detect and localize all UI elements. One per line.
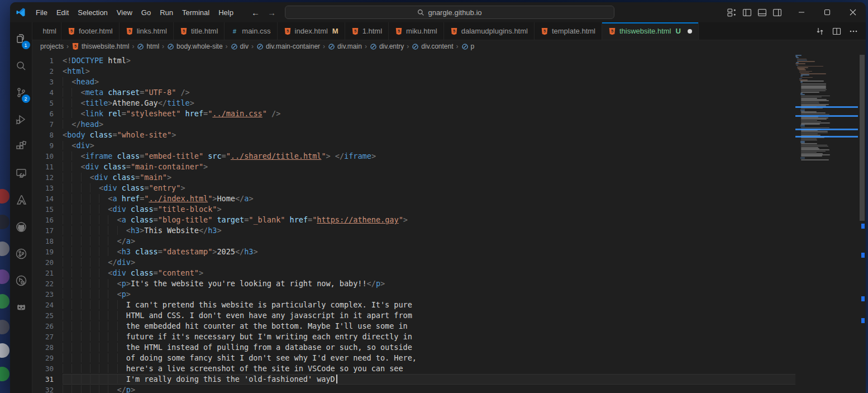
line-number[interactable]: 31 — [32, 374, 63, 385]
code-line-content[interactable]: <div class="entry"> — [63, 183, 795, 193]
menu-terminal[interactable]: Terminal — [178, 6, 214, 19]
line-number[interactable]: 5 — [32, 98, 63, 108]
scrollbar-thumb[interactable] — [860, 55, 865, 221]
line-number[interactable]: 3 — [32, 77, 63, 87]
tab-template.html[interactable]: 5template.html — [535, 22, 602, 40]
line-number[interactable]: 10 — [32, 151, 63, 162]
code-area[interactable]: 1<!DOCTYPE html>2<html>3 <head>4 <meta c… — [32, 55, 795, 393]
line-number[interactable]: 12 — [32, 172, 63, 183]
line-number[interactable]: 30 — [32, 363, 63, 374]
open-changes-icon[interactable] — [815, 27, 824, 36]
code-line-17[interactable]: 17 <h3>This Website</h3> — [32, 225, 795, 236]
activity-git-history[interactable] — [10, 267, 32, 294]
line-number[interactable]: 2 — [32, 66, 63, 77]
code-line-content[interactable]: </head> — [63, 119, 795, 130]
menu-edit[interactable]: Edit — [52, 6, 73, 19]
code-line-content[interactable]: <div> — [63, 140, 795, 151]
code-line-content[interactable]: </div> — [63, 257, 795, 268]
code-line-content[interactable]: <a href="../index.html">Home</a> — [63, 193, 795, 204]
code-line-content[interactable]: </a> — [63, 236, 795, 247]
line-number[interactable]: 21 — [32, 268, 63, 278]
activity-remote-explorer[interactable] — [10, 160, 32, 187]
minimize-button[interactable] — [789, 2, 814, 22]
menu-selection[interactable]: Selection — [73, 6, 112, 19]
line-number[interactable]: 27 — [32, 332, 63, 342]
line-number[interactable]: 32 — [32, 385, 63, 393]
line-number[interactable]: 17 — [32, 225, 63, 236]
tab-thiswebsite.html[interactable]: 5thiswebsite.htmlU — [602, 22, 699, 40]
code-line-3[interactable]: 3 <head> — [32, 77, 795, 87]
line-number[interactable]: 20 — [32, 257, 63, 268]
menu-run[interactable]: Run — [155, 6, 178, 19]
line-number[interactable]: 13 — [32, 183, 63, 193]
menu-go[interactable]: Go — [137, 6, 155, 19]
tab-html[interactable]: html — [32, 22, 61, 40]
code-line-content[interactable]: of doing some fancy shit I don't see why… — [63, 353, 795, 363]
code-line-8[interactable]: 8<body class="whole-site"> — [32, 130, 795, 140]
breadcrumb-item-div.main-container[interactable]: div.main-container — [256, 42, 320, 50]
code-line-content[interactable]: I'm really doing this the 'old-fashioned… — [63, 374, 795, 385]
split-editor-icon[interactable] — [832, 27, 841, 36]
code-line-6[interactable]: 6 <link rel="stylesheet" href="../main.c… — [32, 108, 795, 119]
code-line-21[interactable]: 21 <div class="content"> — [32, 268, 795, 278]
line-number[interactable]: 9 — [32, 140, 63, 151]
breadcrumb-item-div.main[interactable]: div.main — [328, 42, 362, 50]
code-line-content[interactable]: <!DOCTYPE html> — [63, 55, 795, 66]
code-line-28[interactable]: 28 the HTML instead of pulling from a da… — [32, 342, 795, 353]
code-line-14[interactable]: 14 <a href="../index.html">Home</a> — [32, 193, 795, 204]
code-line-content[interactable]: <div class="main-container"> — [63, 162, 795, 172]
code-line-content[interactable]: here's a live screenshot of the site in … — [63, 363, 795, 374]
code-line-content[interactable]: <div class="content"> — [63, 268, 795, 278]
code-line-1[interactable]: 1<!DOCTYPE html> — [32, 55, 795, 66]
command-center-search[interactable]: gnargle.github.io — [285, 6, 614, 19]
line-number[interactable]: 11 — [32, 162, 63, 172]
breadcrumb-item-thiswebsite.html[interactable]: 5thiswebsite.html — [71, 42, 129, 50]
breadcrumb-item-div.content[interactable]: div.content — [412, 42, 453, 50]
line-number[interactable]: 15 — [32, 204, 63, 215]
activity-explorer[interactable]: 1 — [10, 26, 32, 53]
activity-extensions[interactable] — [10, 133, 32, 160]
code-line-content[interactable]: <a class="blog-title" target="_blank" hr… — [63, 215, 795, 225]
line-number[interactable]: 8 — [32, 130, 63, 140]
code-line-23[interactable]: 23 <p> — [32, 289, 795, 300]
code-line-31[interactable]: 31 I'm really doing this the 'old-fashio… — [32, 374, 795, 385]
line-number[interactable]: 14 — [32, 193, 63, 204]
line-number[interactable]: 22 — [32, 278, 63, 289]
code-line-12[interactable]: 12 <div class="main"> — [32, 172, 795, 183]
code-line-content[interactable]: <link rel="stylesheet" href="../main.css… — [63, 108, 795, 119]
line-number[interactable]: 16 — [32, 215, 63, 225]
code-line-content[interactable]: HTML and CSS. I don't even have any java… — [63, 310, 795, 321]
line-number[interactable]: 25 — [32, 310, 63, 321]
code-editor[interactable]: 1<!DOCTYPE html>2<html>3 <head>4 <meta c… — [32, 53, 866, 393]
code-line-content[interactable]: the HTML instead of pulling from a datab… — [63, 342, 795, 353]
code-line-content[interactable]: <p>It's the website you're looking at ri… — [63, 278, 795, 289]
code-line-26[interactable]: 26 the embedded hit counter at the botto… — [32, 321, 795, 332]
close-button[interactable] — [840, 2, 866, 22]
tab-footer.html[interactable]: 5footer.html — [61, 22, 120, 40]
code-line-7[interactable]: 7 </head> — [32, 119, 795, 130]
toggle-primary-sidebar-icon[interactable] — [742, 8, 752, 17]
tab-1.html[interactable]: 51.html — [345, 22, 389, 40]
line-number[interactable]: 23 — [32, 289, 63, 300]
code-line-content[interactable]: <iframe class="embed-title" src="../shar… — [63, 151, 795, 162]
tab-title.html[interactable]: 5title.html — [174, 22, 225, 40]
activity-git-graph[interactable] — [10, 240, 32, 267]
code-line-content[interactable]: <title>Athene.Gay</title> — [63, 98, 795, 108]
code-line-content[interactable]: <head> — [63, 77, 795, 87]
tab-index.html[interactable]: 5index.htmlM — [278, 22, 345, 40]
code-line-content[interactable]: <div class="title-block"> — [63, 204, 795, 215]
code-line-10[interactable]: 10 <iframe class="embed-title" src="../s… — [32, 151, 795, 162]
code-line-22[interactable]: 22 <p>It's the website you're looking at… — [32, 278, 795, 289]
toggle-panel-icon[interactable] — [757, 8, 767, 17]
code-line-16[interactable]: 16 <a class="blog-title" target="_blank"… — [32, 215, 795, 225]
line-number[interactable]: 1 — [32, 55, 63, 66]
code-line-9[interactable]: 9 <div> — [32, 140, 795, 151]
activity-run-debug[interactable] — [10, 106, 32, 133]
line-number[interactable]: 7 — [32, 119, 63, 130]
code-line-15[interactable]: 15 <div class="title-block"> — [32, 204, 795, 215]
code-line-content[interactable]: future if it's necessary but I'm writing… — [63, 332, 795, 342]
line-number[interactable]: 6 — [32, 108, 63, 119]
line-number[interactable]: 28 — [32, 342, 63, 353]
code-line-content[interactable]: </p> — [63, 385, 795, 393]
code-line-4[interactable]: 4 <meta charset="UTF-8" /> — [32, 87, 795, 98]
